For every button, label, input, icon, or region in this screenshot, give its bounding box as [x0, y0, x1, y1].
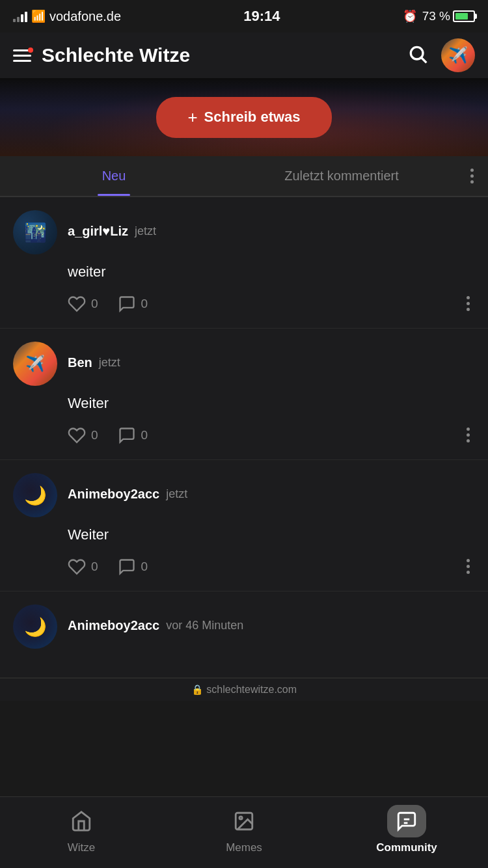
status-time: 19:14: [243, 8, 280, 25]
post-meta: Animeboy2acc jetzt: [68, 487, 475, 504]
post-content[interactable]: weiter: [68, 264, 475, 280]
hero-banner: + Schreib etwas: [0, 78, 488, 156]
battery-fill: [455, 13, 468, 20]
post-header: 🌃 a_girl♥Liz jetzt: [13, 210, 475, 254]
home-icon: [70, 810, 92, 832]
tab-more-button[interactable]: [455, 169, 488, 183]
site-url: schlechtewitze.com: [206, 684, 297, 695]
svg-line-1: [422, 58, 426, 62]
battery-percent: 73 %: [422, 9, 450, 23]
search-button[interactable]: [407, 44, 428, 67]
tab-zuletzt[interactable]: Zuletzt kommentiert: [228, 156, 455, 196]
post-author-row: Ben jetzt: [68, 355, 475, 370]
heart-icon: [68, 426, 86, 444]
post-content[interactable]: Weiter: [68, 526, 475, 543]
image-icon: [233, 810, 255, 832]
post-header: 🌙 Animeboy2acc vor 46 Minuten: [13, 604, 475, 649]
post-avatar[interactable]: 🌙: [13, 604, 57, 649]
post-avatar[interactable]: 🌙: [13, 473, 57, 517]
menu-button[interactable]: [13, 49, 31, 62]
alarm-icon: ⏰: [403, 9, 417, 23]
comment-icon: [118, 295, 136, 313]
svg-point-3: [239, 817, 242, 819]
post-avatar[interactable]: 🌃: [13, 210, 57, 254]
post-author-name[interactable]: Animeboy2acc: [68, 487, 159, 502]
status-right: ⏰ 73 %: [403, 9, 475, 23]
nav-item-community[interactable]: Community: [325, 805, 488, 854]
heart-icon: [68, 558, 86, 576]
post-item: 🌃 a_girl♥Liz jetzt weiter 0: [0, 197, 488, 329]
nav-item-memes[interactable]: Memes: [163, 805, 325, 854]
avatar-img-1: 🌃: [13, 210, 57, 254]
witze-label: Witze: [68, 841, 96, 854]
comment-button[interactable]: 0: [118, 426, 148, 444]
post-header: ✈️ Ben jetzt: [13, 342, 475, 386]
more-dots-icon: [470, 169, 474, 183]
comment-icon: [118, 426, 136, 444]
avatar-image: ✈️: [441, 38, 475, 72]
tab-neu[interactable]: Neu: [0, 156, 228, 196]
lock-icon: 🔒: [191, 684, 204, 695]
witze-icon-wrap: [62, 805, 101, 837]
community-icon-wrap: [387, 805, 426, 837]
user-avatar[interactable]: ✈️: [441, 38, 475, 72]
post-time: vor 46 Minuten: [166, 619, 243, 632]
write-post-button[interactable]: + Schreib etwas: [156, 97, 331, 138]
post-content[interactable]: Weiter: [68, 395, 475, 412]
content-tab-bar: Neu Zuletzt kommentiert: [0, 156, 488, 197]
post-meta: Animeboy2acc vor 46 Minuten: [68, 618, 475, 636]
post-more-button[interactable]: [461, 291, 475, 316]
tab-neu-label: Neu: [102, 169, 126, 183]
header-left: Schlechte Witze: [13, 44, 190, 66]
post-header: 🌙 Animeboy2acc jetzt: [13, 473, 475, 517]
battery-container: 73 %: [422, 9, 475, 23]
post-more-button[interactable]: [461, 422, 475, 448]
wifi-icon: 📶: [31, 9, 46, 23]
status-bar: 📶 vodafone.de 19:14 ⏰ 73 %: [0, 0, 488, 33]
tab-zuletzt-label: Zuletzt kommentiert: [284, 169, 399, 183]
community-chat-icon: [396, 810, 418, 832]
memes-label: Memes: [226, 841, 262, 854]
post-item: 🌙 Animeboy2acc jetzt Weiter 0: [0, 460, 488, 591]
comment-count: 0: [141, 428, 148, 442]
post-actions: 0 0: [68, 291, 475, 328]
post-more-button[interactable]: [461, 554, 475, 579]
header-right: ✈️: [407, 38, 475, 72]
post-avatar[interactable]: ✈️: [13, 342, 57, 386]
carrier-text: vodafone.de: [49, 9, 121, 24]
comment-button[interactable]: 0: [118, 558, 148, 576]
post-author-name[interactable]: a_girl♥Liz: [68, 224, 128, 239]
more-icon: [467, 559, 470, 574]
post-meta: Ben jetzt: [68, 355, 475, 373]
post-time: jetzt: [135, 224, 156, 238]
like-button[interactable]: 0: [68, 426, 98, 444]
post-author-row: a_girl♥Liz jetzt: [68, 224, 475, 239]
post-actions: 0 0: [68, 422, 475, 459]
post-meta: a_girl♥Liz jetzt: [68, 224, 475, 241]
like-button[interactable]: 0: [68, 558, 98, 576]
post-author-row: Animeboy2acc vor 46 Minuten: [68, 618, 475, 633]
svg-point-0: [411, 47, 423, 59]
plus-icon: +: [187, 107, 197, 128]
like-count: 0: [91, 297, 98, 311]
avatar-emoji: ✈️: [448, 46, 468, 64]
battery-icon: [453, 10, 475, 22]
memes-icon-wrap: [224, 805, 264, 837]
app-title: Schlechte Witze: [42, 44, 190, 66]
post-time: jetzt: [166, 487, 187, 501]
post-item: 🌙 Animeboy2acc vor 46 Minuten: [0, 591, 488, 678]
notification-dot: [28, 47, 33, 53]
post-item: ✈️ Ben jetzt Weiter 0 0: [0, 329, 488, 460]
comment-count: 0: [141, 560, 148, 574]
bottom-navigation: Witze Memes Community: [0, 796, 488, 868]
comment-count: 0: [141, 297, 148, 311]
posts-list: 🌃 a_girl♥Liz jetzt weiter 0: [0, 197, 488, 678]
post-author-name[interactable]: Ben: [68, 355, 92, 370]
post-author-name[interactable]: Animeboy2acc: [68, 618, 159, 633]
avatar-img-4: 🌙: [13, 604, 57, 649]
comment-button[interactable]: 0: [118, 295, 148, 313]
like-button[interactable]: 0: [68, 295, 98, 313]
write-button-label: Schreib etwas: [204, 109, 301, 126]
nav-item-witze[interactable]: Witze: [0, 805, 163, 854]
heart-icon: [68, 295, 86, 313]
